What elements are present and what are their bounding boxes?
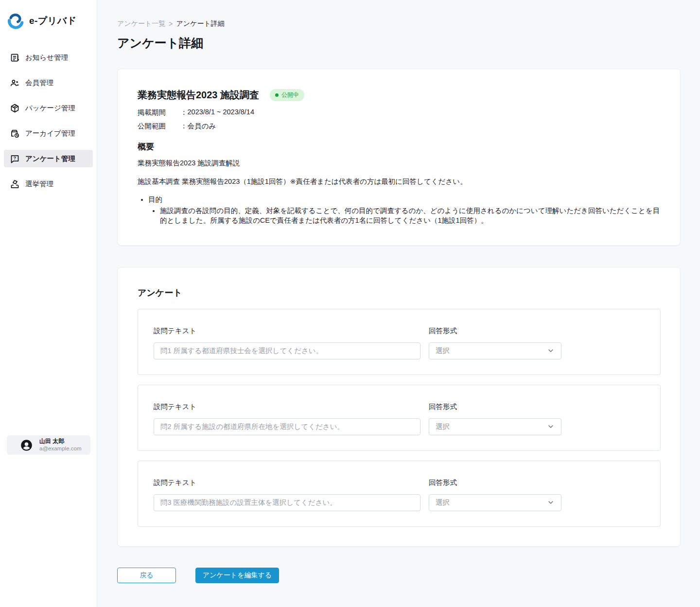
app-title: e-プリバド bbox=[29, 15, 77, 27]
answer-format-label: 回答形式 bbox=[429, 402, 561, 411]
sidebar-item-label: お知らせ管理 bbox=[25, 53, 68, 62]
question-3-input[interactable] bbox=[154, 494, 420, 511]
status-badge: 公開中 bbox=[270, 89, 304, 101]
overview-line-1: 業務実態報告2023 施設調査解説 bbox=[138, 159, 661, 168]
people-icon bbox=[10, 78, 20, 88]
question-2-format-select[interactable]: 選択 bbox=[429, 418, 561, 435]
breadcrumb: アンケート一覧 > アンケート詳細 bbox=[117, 19, 681, 28]
edit-survey-button[interactable]: アンケートを編集する bbox=[195, 568, 279, 583]
bullet-purpose-detail: 施設調査の各設問の目的、定義、対象を記載することで、何の目的で調査するのか、どの… bbox=[160, 206, 661, 226]
question-text-label: 設問テキスト bbox=[154, 402, 420, 411]
user-profile[interactable]: 山田 太郎 a@example.com bbox=[7, 435, 90, 455]
svg-text:?: ? bbox=[14, 156, 16, 161]
select-value: 選択 bbox=[436, 346, 450, 356]
sidebar-item-label: アーカイブ管理 bbox=[25, 129, 75, 138]
select-value: 選択 bbox=[436, 422, 450, 431]
question-text-label: 設問テキスト bbox=[154, 478, 420, 487]
meta-period-label: 掲載期間 bbox=[138, 108, 180, 117]
meta-scope-label: 公開範囲 bbox=[138, 122, 180, 131]
sidebar-item-label: 会員管理 bbox=[25, 78, 53, 88]
meta-colon: ： bbox=[180, 108, 188, 117]
survey-icon: ? bbox=[10, 154, 20, 164]
overview-line-2: 施設基本調査 業務実態報告2023（1施設1回答）※責任者または代表者の方は最初… bbox=[138, 177, 661, 186]
select-value: 選択 bbox=[436, 498, 450, 507]
main-content: アンケート一覧 > アンケート詳細 アンケート詳細 業務実態報告2023 施設調… bbox=[98, 0, 700, 583]
breadcrumb-survey-list[interactable]: アンケート一覧 bbox=[117, 19, 165, 28]
question-3-format-select[interactable]: 選択 bbox=[429, 494, 561, 511]
breadcrumb-current: アンケート詳細 bbox=[176, 19, 225, 28]
chevron-down-icon bbox=[547, 423, 555, 430]
survey-info-card: 業務実態報告2023 施設調査 公開中 掲載期間 ： 2023/8/1 ~ 20… bbox=[117, 69, 681, 246]
vote-icon bbox=[10, 179, 20, 189]
app-logo[interactable]: e-プリバド bbox=[0, 0, 97, 30]
chevron-down-icon bbox=[547, 499, 555, 506]
sidebar-item-label: パッケージ管理 bbox=[25, 104, 75, 113]
sidebar-item-packages[interactable]: パッケージ管理 bbox=[4, 99, 93, 117]
sidebar-nav: お知らせ管理 会員管理 パッケージ管理 アーカイブ管理 bbox=[0, 49, 97, 193]
questions-card: アンケート 設問テキスト 回答形式 選択 設問テキスト bbox=[117, 267, 681, 547]
meta-period-value: 2023/8/1 ~ 2023/8/14 bbox=[188, 108, 254, 117]
page-title: アンケート詳細 bbox=[117, 35, 681, 51]
user-info: 山田 太郎 a@example.com bbox=[39, 438, 81, 453]
questions-section-title: アンケート bbox=[138, 287, 661, 299]
question-block-1: 設問テキスト 回答形式 選択 bbox=[138, 309, 661, 375]
sidebar-item-elections[interactable]: 選挙管理 bbox=[4, 175, 93, 193]
user-email: a@example.com bbox=[39, 445, 81, 452]
question-1-format-select[interactable]: 選択 bbox=[429, 342, 561, 359]
package-icon bbox=[10, 103, 20, 113]
question-text-label: 設問テキスト bbox=[154, 326, 420, 336]
breadcrumb-separator: > bbox=[169, 20, 173, 28]
sidebar-item-archive[interactable]: アーカイブ管理 bbox=[4, 125, 93, 142]
archive-icon bbox=[10, 128, 20, 139]
meta-scope-value: 会員のみ bbox=[188, 122, 216, 131]
overview-bullets: 目的 施設調査の各設問の目的、定義、対象を記載することで、何の目的で調査するのか… bbox=[138, 195, 661, 226]
sidebar-item-label: アンケート管理 bbox=[25, 154, 75, 163]
user-name: 山田 太郎 bbox=[39, 438, 81, 446]
question-1-input[interactable] bbox=[154, 342, 420, 359]
survey-title: 業務実態報告2023 施設調査 bbox=[138, 89, 259, 102]
question-block-2: 設問テキスト 回答形式 選択 bbox=[138, 385, 661, 451]
question-block-3: 設問テキスト 回答形式 選択 bbox=[138, 461, 661, 527]
chevron-down-icon bbox=[547, 347, 555, 355]
status-dot-icon bbox=[275, 93, 279, 97]
meta-colon: ： bbox=[180, 122, 188, 131]
sidebar-item-notices[interactable]: お知らせ管理 bbox=[4, 49, 93, 66]
bullet-purpose: 目的 施設調査の各設問の目的、定義、対象を記載することで、何の目的で調査するのか… bbox=[148, 195, 661, 226]
article-icon bbox=[10, 53, 20, 63]
sidebar-item-label: 選挙管理 bbox=[25, 179, 53, 189]
meta-period: 掲載期間 ： 2023/8/1 ~ 2023/8/14 bbox=[138, 108, 661, 117]
brand-swirl-icon bbox=[6, 12, 25, 30]
answer-format-label: 回答形式 bbox=[429, 326, 561, 336]
avatar bbox=[20, 439, 33, 452]
meta-scope: 公開範囲 ： 会員のみ bbox=[138, 122, 661, 131]
sidebar-item-surveys[interactable]: ? アンケート管理 bbox=[4, 150, 93, 167]
answer-format-label: 回答形式 bbox=[429, 478, 561, 487]
sidebar: e-プリバド お知らせ管理 会員管理 パッケージ管理 bbox=[0, 0, 97, 607]
status-badge-label: 公開中 bbox=[281, 91, 299, 99]
back-button[interactable]: 戻る bbox=[117, 568, 176, 583]
action-buttons: 戻る アンケートを編集する bbox=[117, 568, 681, 583]
overview-heading: 概要 bbox=[138, 141, 661, 152]
question-2-input[interactable] bbox=[154, 418, 420, 435]
sidebar-item-members[interactable]: 会員管理 bbox=[4, 74, 93, 91]
